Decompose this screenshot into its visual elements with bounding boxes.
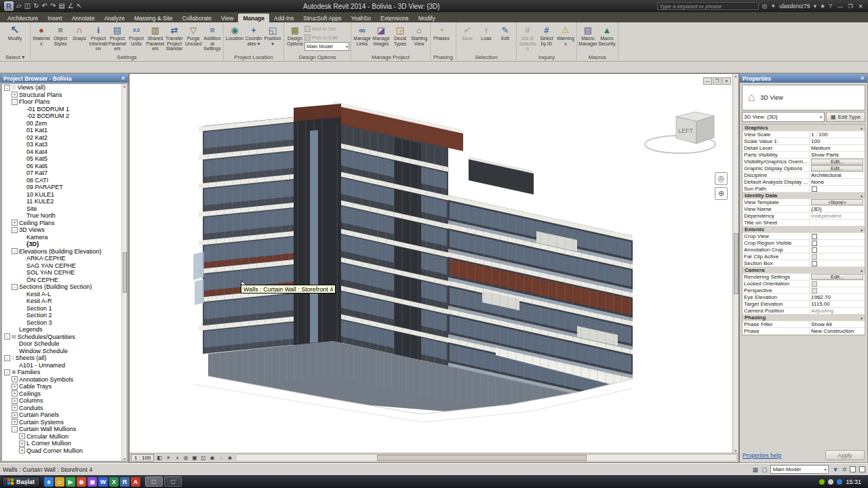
tree-item-quad-corner-mullion[interactable]: +Quad Corner Mullion (2, 447, 121, 455)
location-button[interactable]: ◉Location (225, 24, 244, 52)
drawing-canvas[interactable]: LEFT (130, 74, 732, 453)
tree-expander-icon[interactable]: + (19, 433, 25, 439)
tab-architecture[interactable]: Architecture (3, 14, 43, 22)
volume-icon[interactable] (828, 479, 833, 485)
panel-label-settings[interactable]: Settings (31, 54, 223, 61)
tree-expander-icon[interactable]: - (12, 426, 18, 432)
load-button[interactable]: ↑Load (477, 24, 496, 52)
tree-item-cable-trays[interactable]: +Cable Trays (2, 383, 121, 390)
help-icon[interactable]: ? (829, 3, 832, 9)
revit-icon[interactable]: R (120, 477, 130, 487)
tab-collaborate[interactable]: Collaborate (178, 14, 216, 22)
rendering-dialog-icon[interactable]: ◍ (181, 454, 190, 462)
tree-item-04-kat4[interactable]: 04 Kat4 (2, 148, 121, 156)
tree-expander-icon[interactable]: - (12, 227, 18, 233)
restore-icon[interactable]: ❐ (713, 77, 722, 85)
add-to-set-button[interactable]: Add to Set (304, 24, 349, 33)
macro-manager-button[interactable]: ▤Macro Manager (578, 24, 597, 52)
tab-yeahso[interactable]: YeahSo (347, 14, 376, 22)
property-section-graphics[interactable]: Graphics▴ (743, 125, 865, 131)
redo-icon[interactable]: ↷ (50, 1, 56, 11)
object-styles-button[interactable]: ≡Object Styles (51, 24, 70, 52)
properties-header[interactable]: Properties ✕ (740, 74, 867, 83)
tree-item-legends[interactable]: Legends (2, 326, 121, 333)
steering-wheel-button[interactable]: ◎ (715, 172, 728, 185)
undo-icon[interactable]: ↶ (42, 1, 47, 11)
sync-icon[interactable]: ↻ (33, 1, 39, 11)
tab-view[interactable]: View (216, 14, 238, 22)
unlocked-view-icon[interactable]: ◈ (225, 454, 234, 462)
phases-button[interactable]: ◔Phases (432, 24, 451, 52)
tree-expander-icon[interactable]: + (12, 92, 18, 98)
project-parameters-button[interactable]: ▤Project Parameters (108, 24, 127, 52)
tree-item-ceilings[interactable]: +Ceilings (2, 390, 121, 398)
tree-item-l-corner-mullion[interactable]: +L Corner Mullion (2, 440, 121, 447)
design-options-icon[interactable]: ▢ (762, 466, 768, 473)
starting-view-button[interactable]: ⌂Starting View (410, 24, 429, 52)
project-browser-header[interactable]: Project Browser - Bolivia ✕ (1, 74, 128, 83)
viewcube[interactable]: LEFT (676, 112, 714, 144)
print-icon[interactable]: ▤ (58, 1, 64, 11)
tree-item-families[interactable]: -▣Families (2, 369, 121, 376)
exchange-apps-icon[interactable]: ✦ (770, 3, 776, 9)
modify-button[interactable]: ↖Modify (1, 24, 28, 52)
user-chevron-down-icon[interactable]: ▾ (813, 3, 816, 9)
graphic-display-options-button[interactable]: Edit... (811, 165, 863, 171)
tree-expander-icon[interactable]: + (12, 220, 18, 226)
tree-item-site[interactable]: Site (2, 205, 121, 213)
tab-analyze[interactable]: Analyze (100, 14, 130, 22)
manage-images-button[interactable]: ◪Manage Images (372, 24, 391, 52)
clock[interactable]: 15:31 (846, 479, 861, 485)
tree-item-kamera[interactable]: Kamera (2, 234, 121, 241)
tree-item-11-kule2[interactable]: 11 KULE2 (2, 198, 121, 205)
property-section-identity-data[interactable]: Identity Data▴ (743, 192, 865, 199)
tree-expander-icon[interactable]: - (4, 85, 10, 91)
start-button[interactable]: Başlat (2, 476, 40, 487)
tree-item-02-kat2[interactable]: 02 Kat2 (2, 134, 121, 142)
tree-expander-icon[interactable]: + (12, 376, 18, 382)
tree-item-schedules-quantities[interactable]: -▤Schedules/Quantities (2, 333, 121, 341)
tree-item-curtain-wall-mullions[interactable]: -Curtain Wall Mullions (2, 426, 121, 433)
panel-label-project-location[interactable]: Project Location (224, 54, 283, 61)
select-by-id-button[interactable]: #Select by ID (537, 24, 556, 52)
tree-item-10-kule1[interactable]: 10 KULE1 (2, 191, 121, 199)
visual-style-icon[interactable]: ◧ (155, 454, 163, 462)
tree-expander-icon[interactable]: - (4, 355, 10, 361)
panel-label-phasing[interactable]: Phasing (431, 54, 456, 61)
tree-expander-icon[interactable]: + (12, 412, 18, 418)
edit-type-button[interactable]: ▦ Edit Type (826, 112, 865, 122)
section-box-checkbox[interactable] (812, 261, 817, 266)
tree-item-annotation-symbols[interactable]: +Annotation Symbols (2, 376, 121, 384)
tree-item-02-bodrum-2[interactable]: -02 BODRUM 2 (2, 113, 121, 120)
model-view-svg[interactable]: LEFT (130, 74, 732, 453)
press-drag-checkbox[interactable] (859, 466, 865, 472)
scrollbar-thumb[interactable] (377, 455, 587, 461)
tree-item-structural-plans[interactable]: +Structural Plans (2, 92, 121, 99)
tree-item-kesit-a-l[interactable]: Kesit A-L (2, 291, 121, 298)
instance-selector-combo[interactable]: 3D View: {3D} ▾ (742, 112, 825, 122)
zoom-button[interactable]: ⊕ (715, 187, 728, 200)
transfer-project-standards-button[interactable]: ⇄Transfer Project Standards (165, 24, 184, 52)
property-section-camera[interactable]: Camera▴ (743, 267, 865, 274)
close-icon[interactable]: ✕ (860, 75, 865, 81)
tree-expander-icon[interactable]: - (12, 284, 18, 290)
tree-item-ceiling-plans[interactable]: +Ceiling Plans (2, 220, 121, 227)
crop-view-checkbox[interactable] (812, 234, 817, 239)
tree-item-03-kat3[interactable]: 03 Kat3 (2, 141, 121, 148)
viewport-horizontal-scrollbar[interactable] (236, 454, 737, 462)
rendering-settings-button[interactable]: Edit... (811, 274, 863, 280)
tree-item-sag-yan-cephe[interactable]: SAG YAN CEPHE (2, 262, 121, 270)
tree-expander-icon[interactable]: + (19, 441, 25, 447)
tree-item-circular-mullion[interactable]: +Circular Mullion (2, 433, 121, 441)
panel-label-manage-project[interactable]: Manage Project (351, 54, 430, 61)
reveal-hidden-icon[interactable]: ◌ (216, 454, 225, 462)
tree-item-section-1[interactable]: Section 1 (2, 305, 121, 312)
shared-parameters-button[interactable]: ▥Shared Parameters (146, 24, 165, 52)
position-button[interactable]: ◱Position ▾ (263, 24, 282, 52)
autocad-icon[interactable]: A (131, 477, 140, 487)
tree-expander-icon[interactable]: + (12, 405, 18, 411)
warnings-button[interactable]: ⚠Warnings (556, 24, 575, 52)
tab-modify[interactable]: Modify (414, 14, 440, 22)
macro-security-button[interactable]: ▲Macro Security (597, 24, 616, 52)
active-design-option-combo[interactable]: Main Model▾ (304, 42, 349, 51)
